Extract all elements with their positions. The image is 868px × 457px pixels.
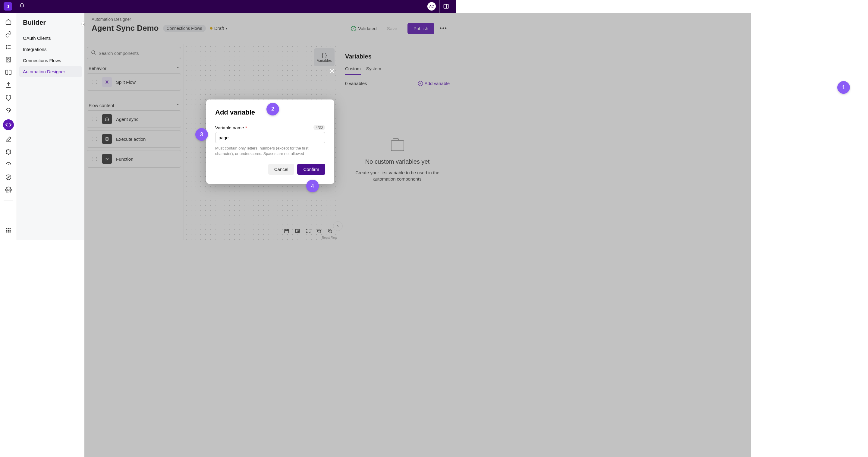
svg-rect-20: [8, 232, 9, 233]
svg-point-7: [6, 49, 7, 49]
panel-toggle-icon[interactable]: [439, 0, 452, 13]
char-count: 4/30: [313, 125, 325, 130]
app-logo[interactable]: :t: [4, 2, 12, 10]
nav-rail: [0, 13, 17, 240]
svg-rect-14: [8, 228, 9, 230]
field-label: Variable name *: [215, 125, 247, 130]
sidebar-item-oauth[interactable]: OAuth Clients: [19, 33, 82, 44]
annotation-badge-3: 3: [195, 128, 208, 141]
svg-rect-16: [6, 230, 7, 231]
annotation-badge-4: 4: [306, 180, 319, 192]
svg-rect-18: [9, 230, 10, 231]
svg-point-12: [7, 189, 9, 191]
link-icon[interactable]: [5, 31, 12, 38]
avatar[interactable]: AC: [427, 2, 436, 10]
puzzle-icon[interactable]: [5, 148, 12, 156]
settings-icon[interactable]: [5, 186, 12, 193]
annotation-badge-2: 2: [267, 103, 279, 116]
sidebar-title: Builder: [19, 19, 82, 33]
rail-divider: [4, 200, 13, 201]
shield-icon[interactable]: [5, 94, 12, 101]
notifications-icon[interactable]: [19, 3, 25, 10]
sidebar-item-automation-designer[interactable]: Automation Designer: [19, 66, 82, 77]
svg-point-6: [6, 47, 7, 47]
gauge-icon[interactable]: [5, 161, 12, 168]
svg-point-10: [6, 175, 11, 180]
svg-point-9: [7, 58, 9, 60]
close-panel-icon[interactable]: ✕: [329, 67, 335, 75]
svg-rect-19: [6, 232, 7, 233]
sidebar-item-integrations[interactable]: Integrations: [19, 44, 82, 55]
sidebar: Builder OAuth Clients Integrations Conne…: [17, 13, 84, 240]
list-icon[interactable]: [5, 43, 12, 51]
sidebar-item-connections-flows[interactable]: Connections Flows: [19, 55, 82, 66]
confirm-button[interactable]: Confirm: [297, 164, 325, 175]
svg-marker-11: [7, 176, 9, 178]
svg-point-5: [6, 45, 7, 46]
required-asterisk: *: [245, 125, 247, 130]
code-icon[interactable]: [3, 119, 14, 130]
svg-rect-8: [6, 57, 10, 62]
svg-rect-15: [9, 228, 10, 230]
export-icon[interactable]: [5, 82, 12, 89]
svg-rect-13: [6, 228, 7, 230]
apps-icon[interactable]: [5, 227, 12, 234]
svg-rect-0: [444, 4, 448, 8]
book-icon[interactable]: [5, 69, 12, 76]
top-bar: :t AC: [0, 0, 456, 13]
compass-icon[interactable]: [5, 174, 12, 181]
contacts-icon[interactable]: [5, 56, 12, 63]
home-icon[interactable]: [5, 18, 12, 25]
svg-rect-17: [8, 230, 9, 231]
cancel-button[interactable]: Cancel: [268, 164, 294, 175]
edit-icon[interactable]: [5, 136, 12, 143]
variable-name-input[interactable]: [215, 132, 325, 143]
fingerprint-icon[interactable]: [5, 107, 12, 114]
svg-rect-21: [9, 232, 10, 233]
field-hint: Must contain only letters, numbers (exce…: [215, 146, 325, 156]
